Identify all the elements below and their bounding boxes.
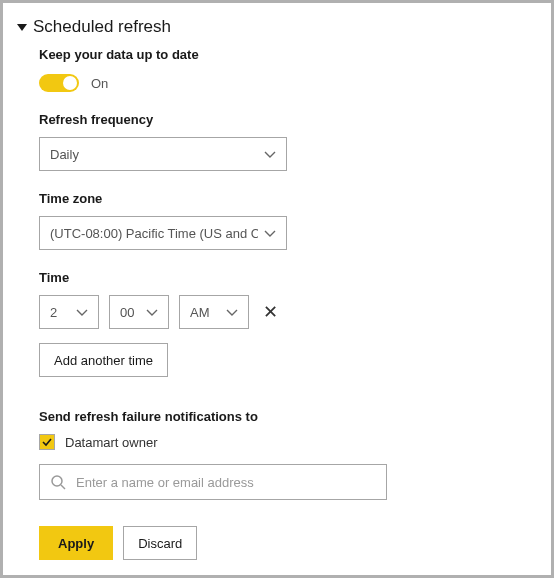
notify-contact-field[interactable] xyxy=(39,464,387,500)
section-title: Scheduled refresh xyxy=(33,17,171,37)
time-hour-value: 2 xyxy=(50,305,70,320)
time-ampm-value: AM xyxy=(190,305,220,320)
timezone-value: (UTC-08:00) Pacific Time (US and Canada) xyxy=(50,226,258,241)
chevron-down-icon xyxy=(258,226,276,241)
notify-owner-label: Datamart owner xyxy=(65,435,157,450)
check-icon xyxy=(42,437,52,447)
search-icon xyxy=(50,474,66,490)
chevron-down-icon xyxy=(258,147,276,162)
toggle-knob-icon xyxy=(63,76,77,90)
timezone-label: Time zone xyxy=(39,191,533,206)
chevron-down-icon xyxy=(70,305,88,320)
timezone-select[interactable]: (UTC-08:00) Pacific Time (US and Canada) xyxy=(39,216,287,250)
time-hour-select[interactable]: 2 xyxy=(39,295,99,329)
toggle-state-label: On xyxy=(91,76,108,91)
notify-owner-checkbox[interactable] xyxy=(39,434,55,450)
apply-button[interactable]: Apply xyxy=(39,526,113,560)
frequency-label: Refresh frequency xyxy=(39,112,533,127)
collapse-caret-icon[interactable] xyxy=(17,24,27,31)
scheduled-refresh-panel: Scheduled refresh Keep your data up to d… xyxy=(0,0,554,578)
add-another-time-button[interactable]: Add another time xyxy=(39,343,168,377)
add-another-time-label: Add another time xyxy=(54,353,153,368)
time-minute-value: 00 xyxy=(120,305,140,320)
time-minute-select[interactable]: 00 xyxy=(109,295,169,329)
notify-label: Send refresh failure notifications to xyxy=(39,409,533,424)
svg-point-0 xyxy=(52,476,62,486)
chevron-down-icon xyxy=(220,305,238,320)
notify-contact-input[interactable] xyxy=(76,475,376,490)
frequency-select[interactable]: Daily xyxy=(39,137,287,171)
apply-label: Apply xyxy=(58,536,94,551)
keep-data-toggle[interactable] xyxy=(39,74,79,92)
remove-time-button[interactable]: ✕ xyxy=(259,301,282,323)
discard-button[interactable]: Discard xyxy=(123,526,197,560)
time-label: Time xyxy=(39,270,533,285)
keep-data-label: Keep your data up to date xyxy=(39,47,533,62)
discard-label: Discard xyxy=(138,536,182,551)
frequency-value: Daily xyxy=(50,147,258,162)
chevron-down-icon xyxy=(140,305,158,320)
time-ampm-select[interactable]: AM xyxy=(179,295,249,329)
svg-line-1 xyxy=(61,485,65,489)
